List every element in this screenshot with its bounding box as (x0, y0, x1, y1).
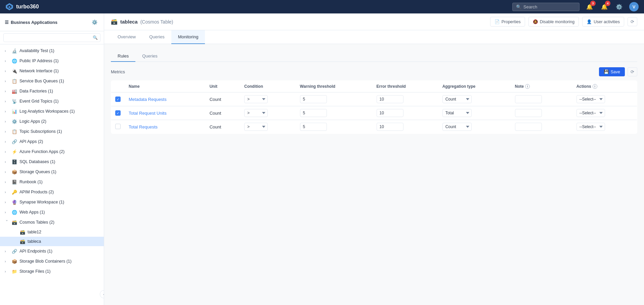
sub-tab-queries[interactable]: Queries (135, 51, 164, 62)
sidebar-item-public-ip[interactable]: › 🌐 Public IP Address (1) (0, 56, 104, 66)
availability-test-icon: 🔬 (11, 48, 17, 54)
total-requests-link[interactable]: Total Requests (129, 124, 158, 129)
condition-select-total-requests[interactable]: > < >= <= = (244, 123, 268, 131)
metrics-table: Name Unit Condition Warning threshold Er… (111, 80, 637, 134)
runbook-icon: 📓 (11, 179, 17, 185)
table-header-row: Name Unit Condition Warning threshold Er… (111, 81, 637, 92)
table-row: Metadata Requests Count > < >= <= = (111, 92, 637, 106)
resource-icon: 🗃️ (111, 18, 118, 25)
note-input-total-request-units[interactable] (515, 109, 542, 117)
sidebar-item-data-factories[interactable]: › 🏭 Data Factories (1) (0, 86, 104, 96)
global-search[interactable]: 🔍 Search (512, 3, 579, 11)
properties-button[interactable]: 📄 Properties (490, 17, 525, 27)
sidebar-item-table12[interactable]: 🗃️ table12 (0, 227, 104, 237)
sidebar-item-api-endpoints[interactable]: › 🔗 API Endpoints (1) (0, 246, 104, 256)
th-condition: Condition (240, 81, 296, 92)
sidebar-item-storage-files[interactable]: › 📁 Storage Files (1) (0, 266, 104, 276)
aggregation-select-total-requests[interactable]: Count Average Total Minimum Maximum (442, 123, 472, 131)
chevron-right-icon: › (5, 200, 9, 204)
header-refresh-button[interactable]: ⟳ (628, 17, 637, 26)
monitor-icon: 🔕 (533, 19, 538, 24)
actions-info-icon[interactable]: i (593, 84, 597, 89)
sidebar-item-availability-test[interactable]: › 🔬 Availability Test (1) (0, 46, 104, 56)
row-note-cell (511, 106, 572, 120)
tab-queries[interactable]: Queries (142, 30, 171, 44)
storage-files-icon: 📁 (11, 268, 17, 274)
sidebar-item-apim-products[interactable]: › 🔑 APIM Products (2) (0, 187, 104, 197)
sidebar-item-runbook[interactable]: › 📓 Runbook (1) (0, 177, 104, 187)
service-bus-icon: 📋 (11, 78, 17, 84)
disable-monitoring-button[interactable]: 🔕 Disable monitoring (528, 17, 579, 27)
sidebar-item-storage-queues[interactable]: › 📦 Storage Queues (1) (0, 167, 104, 177)
user-avatar[interactable]: V (629, 2, 639, 11)
metadata-requests-link[interactable]: Metadata Requests (129, 97, 167, 102)
warning-input-total-request-units[interactable] (300, 109, 327, 117)
alerts-button[interactable]: 🔔 4 (600, 2, 609, 11)
sidebar-item-topic-subscriptions[interactable]: › 📋 Topic Subscriptions (1) (0, 126, 104, 137)
sidebar-item-network-interface[interactable]: › 🔌 Network Interface (1) (0, 66, 104, 76)
logo[interactable]: turbo360 (5, 3, 39, 11)
sidebar-search-container: 🔍 (0, 31, 104, 44)
row-checkbox-total-request-units[interactable] (115, 110, 121, 116)
sidebar-item-tableca[interactable]: 🗃️ tableca (0, 237, 104, 246)
sidebar-item-cosmos-tables[interactable]: › 🗃️ Cosmos Tables (2) (0, 217, 104, 227)
note-info-icon[interactable]: i (525, 84, 530, 89)
chevron-right-icon: › (5, 49, 9, 53)
row-condition-cell: > < >= <= = (240, 120, 296, 134)
search-placeholder: Search (523, 4, 537, 9)
metrics-label: Metrics (111, 69, 125, 74)
note-input-total-requests[interactable] (515, 123, 542, 131)
row-warning-cell (296, 120, 373, 134)
note-input-metadata[interactable] (515, 95, 542, 103)
warning-input-metadata[interactable] (300, 95, 327, 103)
sidebar-item-azure-function[interactable]: › ⚡ Azure Function Apps (2) (0, 147, 104, 157)
sidebar-item-storage-blob[interactable]: › 📦 Storage Blob Containers (1) (0, 256, 104, 266)
sidebar-item-service-bus[interactable]: › 📋 Service Bus Queues (1) (0, 76, 104, 86)
metrics-refresh-button[interactable]: ⟳ (628, 67, 637, 76)
content-header: 🗃️ tableca (Cosmos Table) 📄 Properties 🔕… (104, 13, 644, 30)
sidebar-item-synapse[interactable]: › 🔮 Synapse Workspace (1) (0, 197, 104, 207)
action-select-total-requests[interactable]: --Select-- Email SMS Webhook (576, 123, 605, 131)
sidebar-item-log-analytics[interactable]: › 📊 Log Analytics Workspaces (1) (0, 106, 104, 116)
condition-select-total-request-units[interactable]: > < >= <= = (244, 109, 268, 117)
sidebar-settings-button[interactable]: ⚙️ (90, 17, 99, 27)
sidebar-item-label: API Endpoints (1) (19, 249, 99, 254)
sidebar-item-web-apps[interactable]: › 🌐 Web Apps (1) (0, 207, 104, 217)
sidebar-item-sql-databases[interactable]: › 🗄️ SQL Databases (1) (0, 157, 104, 167)
action-select-total-request-units[interactable]: --Select-- Email SMS Webhook (576, 109, 605, 117)
aggregation-select-metadata[interactable]: Count Average Total Minimum Maximum (442, 95, 472, 103)
metrics-header: Metrics 💾 Save ⟳ (111, 67, 637, 76)
total-request-units-link[interactable]: Total Request Units (129, 111, 167, 116)
warning-input-total-requests[interactable] (300, 123, 327, 131)
row-checkbox-cell (111, 92, 125, 106)
row-checkbox-total-requests[interactable] (115, 124, 121, 129)
sidebar-item-logic-apps[interactable]: › ⚙️ Logic Apps (2) (0, 116, 104, 126)
main-tabs: Overview Queries Monitoring (104, 30, 644, 44)
sidebar-item-label: Azure Function Apps (2) (19, 149, 99, 154)
tab-overview[interactable]: Overview (111, 30, 142, 44)
error-input-metadata[interactable] (377, 95, 403, 103)
error-input-total-request-units[interactable] (377, 109, 403, 117)
aggregation-select-total-request-units[interactable]: Total Count Average Minimum Maximum (442, 109, 472, 117)
action-select-metadata[interactable]: --Select-- Email SMS Webhook (576, 95, 605, 103)
chevron-right-icon: › (5, 150, 9, 154)
sidebar-item-event-grid[interactable]: › 📡 Event Grid Topics (1) (0, 96, 104, 106)
settings-button[interactable]: ⚙️ (614, 2, 624, 11)
user-activities-button[interactable]: 👤 User activities (582, 17, 624, 27)
save-button[interactable]: 💾 Save (599, 67, 625, 76)
sidebar-item-api-apps[interactable]: › 🔗 API Apps (2) (0, 137, 104, 147)
row-checkbox-metadata[interactable] (115, 97, 121, 102)
th-note: Note i (511, 81, 572, 92)
chevron-right-icon: › (5, 210, 9, 214)
sidebar-search-input[interactable] (3, 33, 100, 42)
tab-monitoring[interactable]: Monitoring (171, 30, 205, 44)
notifications-button[interactable]: 🔔 3 (585, 2, 594, 11)
row-note-cell (511, 92, 572, 106)
sidebar-item-label: tableca (28, 239, 41, 244)
main-layout: ☰ Business Applications ⚙️ 🔍 › 🔬 Availab… (0, 13, 644, 305)
error-input-total-requests[interactable] (377, 123, 403, 131)
sub-tab-rules[interactable]: Rules (111, 51, 135, 62)
row-warning-cell (296, 106, 373, 120)
sidebar-item-label: Runbook (1) (19, 180, 99, 184)
condition-select-metadata[interactable]: > < >= <= = (244, 95, 268, 103)
